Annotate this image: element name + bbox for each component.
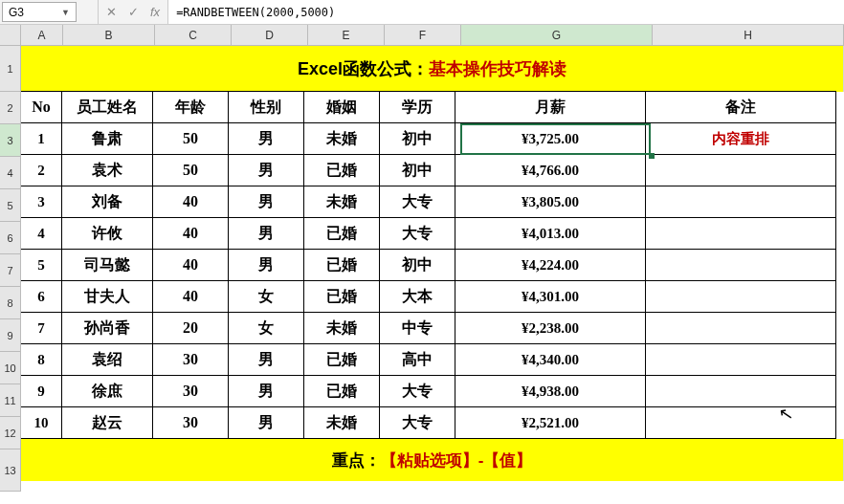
row-header-5[interactable]: 5	[0, 189, 21, 222]
cell-no[interactable]: 9	[20, 375, 62, 407]
cell-name[interactable]: 刘备	[61, 186, 153, 218]
cell-no[interactable]: 5	[20, 249, 62, 281]
cell-gender[interactable]: 男	[228, 122, 304, 155]
cell-name[interactable]: 袁术	[61, 154, 153, 186]
cell-name[interactable]: 袁绍	[61, 343, 153, 376]
cell-no[interactable]: 10	[20, 406, 62, 439]
cell-salary[interactable]: ¥2,521.00	[455, 406, 646, 439]
cell-name[interactable]: 鲁肃	[61, 122, 153, 155]
fill-handle[interactable]	[649, 153, 655, 159]
cell-education[interactable]: 大专	[379, 406, 455, 439]
cell-marriage[interactable]: 未婚	[303, 122, 380, 155]
cell-name[interactable]: 赵云	[61, 406, 153, 439]
cell-marriage[interactable]: 已婚	[303, 280, 380, 313]
header-remark[interactable]: 备注	[645, 91, 836, 123]
name-box[interactable]: G3 ▼	[2, 2, 77, 22]
cell-salary[interactable]: ¥4,224.00	[455, 249, 646, 281]
row-header-11[interactable]: 11	[0, 384, 21, 417]
cell-age[interactable]: 50	[152, 122, 229, 155]
cell-marriage[interactable]: 未婚	[303, 312, 380, 344]
cell-age[interactable]: 40	[152, 280, 229, 313]
cell-remark[interactable]: 内容重排	[645, 122, 836, 155]
cell-education[interactable]: 中专	[379, 312, 455, 344]
row-header-9[interactable]: 9	[0, 319, 21, 352]
cell-salary[interactable]: ¥4,301.00	[455, 280, 646, 313]
cell-salary[interactable]: ¥3,805.00	[455, 186, 646, 218]
cell-remark[interactable]	[645, 217, 836, 250]
cell-gender[interactable]: 男	[228, 375, 304, 407]
header-education[interactable]: 学历	[379, 91, 455, 123]
cell-gender[interactable]: 女	[228, 280, 304, 313]
cell-education[interactable]: 高中	[379, 343, 455, 376]
confirm-icon[interactable]: ✓	[128, 5, 139, 19]
cell-no[interactable]: 6	[20, 280, 62, 313]
cell-gender[interactable]: 男	[228, 217, 304, 250]
cell-age[interactable]: 30	[152, 343, 229, 376]
cell-age[interactable]: 40	[152, 249, 229, 281]
cell-salary[interactable]: ¥3,725.00	[455, 122, 646, 155]
header-marriage[interactable]: 婚姻	[303, 91, 380, 123]
cell-gender[interactable]: 男	[228, 154, 304, 186]
select-all-corner[interactable]	[0, 25, 21, 46]
cell-age[interactable]: 40	[152, 186, 229, 218]
row-header-10[interactable]: 10	[0, 352, 21, 384]
cell-no[interactable]: 1	[20, 122, 62, 155]
cell-remark[interactable]	[645, 312, 836, 344]
cell-gender[interactable]: 男	[228, 186, 304, 218]
column-header-D[interactable]: D	[232, 25, 308, 46]
cell-education[interactable]: 大专	[379, 375, 455, 407]
header-gender[interactable]: 性别	[228, 91, 304, 123]
cell-salary[interactable]: ¥2,238.00	[455, 312, 646, 344]
cell-remark[interactable]	[645, 343, 836, 376]
cell-remark[interactable]	[645, 280, 836, 313]
dropdown-icon[interactable]: ▼	[61, 8, 70, 17]
cancel-icon[interactable]: ✕	[106, 5, 117, 19]
cell-gender[interactable]: 男	[228, 249, 304, 281]
cell-gender[interactable]: 女	[228, 312, 304, 344]
cell-marriage[interactable]: 未婚	[303, 406, 380, 439]
cell-education[interactable]: 大专	[379, 186, 455, 218]
cell-education[interactable]: 初中	[379, 249, 455, 281]
row-header-7[interactable]: 7	[0, 254, 21, 287]
column-header-H[interactable]: H	[653, 25, 844, 46]
row-header-3[interactable]: 3	[0, 124, 21, 157]
cell-marriage[interactable]: 已婚	[303, 154, 380, 186]
cell-education[interactable]: 大本	[379, 280, 455, 313]
cell-name[interactable]: 甘夫人	[61, 280, 153, 313]
column-header-A[interactable]: A	[21, 25, 63, 46]
cell-education[interactable]: 初中	[379, 122, 455, 155]
header-salary[interactable]: 月薪	[455, 91, 646, 123]
row-header-12[interactable]: 12	[0, 417, 21, 449]
column-header-C[interactable]: C	[155, 25, 232, 46]
fx-icon[interactable]: fx	[150, 5, 160, 19]
cell-age[interactable]: 50	[152, 154, 229, 186]
cell-age[interactable]: 40	[152, 217, 229, 250]
cell-age[interactable]: 20	[152, 312, 229, 344]
row-header-2[interactable]: 2	[0, 92, 21, 124]
row-header-8[interactable]: 8	[0, 287, 21, 319]
header-no[interactable]: No	[20, 91, 62, 123]
cell-salary[interactable]: ¥4,013.00	[455, 217, 646, 250]
cell-education[interactable]: 初中	[379, 154, 455, 186]
header-name[interactable]: 员工姓名	[61, 91, 153, 123]
cell-name[interactable]: 司马懿	[61, 249, 153, 281]
cell-marriage[interactable]: 已婚	[303, 343, 380, 376]
cell-marriage[interactable]: 已婚	[303, 249, 380, 281]
row-header-13[interactable]: 13	[0, 449, 21, 492]
cell-marriage[interactable]: 已婚	[303, 217, 380, 250]
row-header-4[interactable]: 4	[0, 157, 21, 189]
cell-no[interactable]: 4	[20, 217, 62, 250]
column-header-G[interactable]: G	[461, 25, 653, 46]
cell-marriage[interactable]: 已婚	[303, 375, 380, 407]
cell-remark[interactable]	[645, 406, 836, 439]
cell-salary[interactable]: ¥4,340.00	[455, 343, 646, 376]
cell-no[interactable]: 2	[20, 154, 62, 186]
cell-name[interactable]: 徐庶	[61, 375, 153, 407]
column-header-B[interactable]: B	[63, 25, 155, 46]
cell-no[interactable]: 8	[20, 343, 62, 376]
cell-gender[interactable]: 男	[228, 343, 304, 376]
column-header-E[interactable]: E	[308, 25, 385, 46]
cell-remark[interactable]	[645, 154, 836, 186]
cell-marriage[interactable]: 未婚	[303, 186, 380, 218]
title-merged-cell[interactable]: Excel函数公式：基本操作技巧解读	[21, 46, 844, 92]
